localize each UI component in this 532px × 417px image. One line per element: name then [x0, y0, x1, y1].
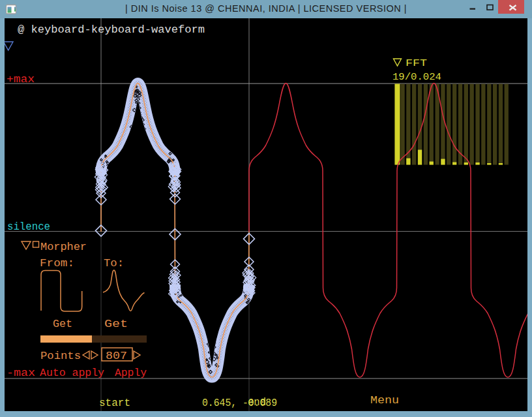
svg-text:FFT: FFT	[406, 58, 427, 69]
svg-text:Get: Get	[104, 318, 128, 330]
svg-text:807: 807	[106, 350, 127, 362]
svg-text:Get: Get	[53, 318, 72, 330]
svg-text:From:: From:	[40, 258, 74, 270]
svg-text:silence: silence	[7, 221, 50, 233]
svg-text:-max: -max	[7, 367, 35, 379]
svg-text:Points: Points	[40, 350, 81, 362]
svg-text:Auto apply: Auto apply	[40, 367, 104, 379]
svg-text:end: end	[248, 397, 266, 409]
svg-text:start: start	[99, 397, 130, 409]
svg-text:Menu: Menu	[370, 395, 399, 407]
svg-text:Morpher: Morpher	[40, 241, 87, 253]
svg-text:@ keyboard-keyboard-waveform: @ keyboard-keyboard-waveform	[18, 24, 205, 36]
svg-text:19/0.024: 19/0.024	[392, 72, 441, 83]
svg-text:Apply: Apply	[115, 367, 147, 379]
svg-text:To:: To:	[104, 258, 124, 270]
svg-text:+max: +max	[7, 74, 35, 85]
